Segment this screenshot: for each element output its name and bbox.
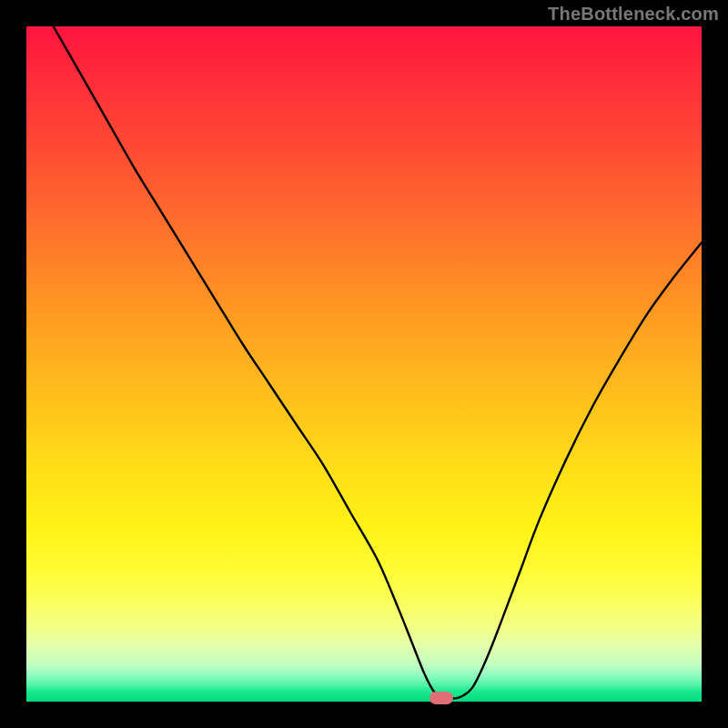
- bottleneck-curve: [26, 26, 702, 702]
- optimum-marker: [430, 692, 453, 704]
- chart-frame: TheBottleneck.com: [0, 0, 728, 728]
- attribution-text: TheBottleneck.com: [548, 4, 719, 25]
- plot-area: [26, 26, 702, 702]
